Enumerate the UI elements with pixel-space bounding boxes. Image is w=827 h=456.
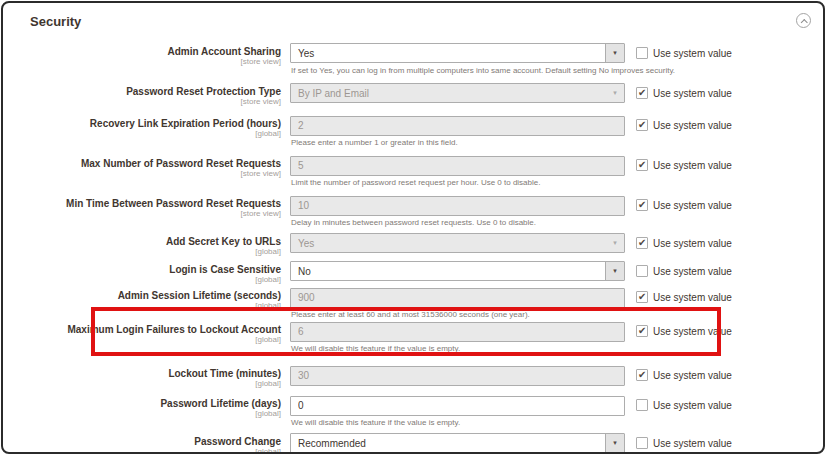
field-scope: [store view] — [23, 209, 281, 219]
field-label: Maximum Login Failures to Lockout Accoun… — [23, 324, 281, 335]
field-label: Password Change — [23, 436, 281, 447]
field-scope: [global] — [23, 129, 281, 139]
password-change-select[interactable]: Recommended ▾ — [290, 433, 625, 453]
field-label-group: Password Lifetime (days) [global] — [23, 398, 281, 419]
use-system-value-checkbox[interactable] — [636, 119, 648, 131]
field-scope: [store view] — [23, 97, 281, 107]
field-label: Max Number of Password Reset Requests — [23, 158, 281, 169]
chevron-down-icon: ▾ — [605, 262, 624, 280]
field-label: Admin Session Lifetime (seconds) — [23, 290, 281, 301]
use-system-value-checkbox[interactable] — [636, 265, 648, 277]
use-system-value-label[interactable]: Use system value — [653, 200, 732, 211]
field-label-group: Add Secret Key to URLs [global] — [23, 236, 281, 257]
field-label: Add Secret Key to URLs — [23, 236, 281, 247]
use-system-value-label[interactable]: Use system value — [653, 48, 732, 59]
use-system-value-label[interactable]: Use system value — [653, 326, 732, 337]
field-note: Please enter at least 60 and at most 315… — [291, 310, 530, 319]
max-password-reset-requests-input[interactable] — [290, 156, 625, 176]
field-scope: [global] — [23, 301, 281, 311]
use-system-value-label[interactable]: Use system value — [653, 120, 732, 131]
field-label-group: Recovery Link Expiration Period (hours) … — [23, 118, 281, 139]
use-system-value-checkbox[interactable] — [636, 159, 648, 171]
field-scope: [global] — [23, 409, 281, 419]
use-system-value-label[interactable]: Use system value — [653, 292, 732, 303]
use-system-value-label[interactable]: Use system value — [653, 88, 732, 99]
field-scope: [global] — [23, 275, 281, 285]
max-login-failures-input[interactable] — [290, 322, 625, 342]
use-system-value-label[interactable]: Use system value — [653, 160, 732, 171]
field-label-group: Login is Case Sensitive [global] — [23, 264, 281, 285]
section-title: Security — [30, 14, 81, 29]
field-label-group: Admin Account Sharing [store view] — [23, 46, 281, 67]
select-value: No — [298, 266, 311, 277]
admin-account-sharing-select[interactable]: Yes ▾ — [290, 43, 625, 63]
use-system-value-label[interactable]: Use system value — [653, 370, 732, 381]
field-label: Lockout Time (minutes) — [23, 368, 281, 379]
field-label: Password Lifetime (days) — [23, 398, 281, 409]
field-label-group: Admin Session Lifetime (seconds) [global… — [23, 290, 281, 311]
select-value: By IP and Email — [298, 88, 369, 99]
chevron-down-icon: ▾ — [605, 84, 624, 102]
field-label: Login is Case Sensitive — [23, 264, 281, 275]
field-scope: [store view] — [23, 57, 281, 67]
use-system-value-label[interactable]: Use system value — [653, 400, 732, 411]
chevron-down-icon: ▾ — [605, 434, 624, 452]
field-label: Password Reset Protection Type — [23, 86, 281, 97]
select-value: Yes — [298, 238, 314, 249]
chevron-down-icon: ▾ — [605, 44, 624, 62]
use-system-value-checkbox[interactable] — [636, 87, 648, 99]
use-system-value-checkbox[interactable] — [636, 399, 648, 411]
field-label: Recovery Link Expiration Period (hours) — [23, 118, 281, 129]
field-note: Limit the number of password reset reque… — [291, 178, 540, 187]
use-system-value-checkbox[interactable] — [636, 199, 648, 211]
use-system-value-checkbox[interactable] — [636, 325, 648, 337]
login-case-sensitive-select[interactable]: No ▾ — [290, 261, 625, 281]
select-value: Yes — [298, 48, 314, 59]
field-scope: [global] — [23, 247, 281, 257]
field-scope: [global] — [23, 379, 281, 389]
chevron-up-icon — [801, 19, 807, 25]
security-section-panel: Security Admin Account Sharing [store vi… — [1, 1, 825, 454]
field-label-group: Max Number of Password Reset Requests [s… — [23, 158, 281, 179]
use-system-value-checkbox[interactable] — [636, 47, 648, 59]
field-note: Delay in minutes between password reset … — [291, 218, 536, 227]
field-label: Min Time Between Password Reset Requests — [23, 198, 281, 209]
field-note: Please enter a number 1 or greater in th… — [291, 138, 458, 147]
recovery-link-expiration-input[interactable] — [290, 116, 625, 136]
field-scope: [global] — [23, 335, 281, 345]
use-system-value-checkbox[interactable] — [636, 237, 648, 249]
field-label: Admin Account Sharing — [23, 46, 281, 57]
field-label-group: Password Change [global] — [23, 436, 281, 454]
field-label-group: Maximum Login Failures to Lockout Accoun… — [23, 324, 281, 345]
password-lifetime-input[interactable] — [290, 396, 625, 416]
use-system-value-checkbox[interactable] — [636, 291, 648, 303]
add-secret-key-select[interactable]: Yes ▾ — [290, 233, 625, 253]
use-system-value-checkbox[interactable] — [636, 437, 648, 449]
field-note: We will disable this feature if the valu… — [291, 344, 460, 353]
field-note: We will disable this feature if the valu… — [291, 418, 460, 427]
collapse-section-button[interactable] — [796, 13, 811, 28]
use-system-value-label[interactable]: Use system value — [653, 266, 732, 277]
lockout-time-input[interactable] — [290, 366, 625, 386]
field-note: If set to Yes, you can log in from multi… — [291, 66, 675, 75]
min-time-between-requests-input[interactable] — [290, 196, 625, 216]
field-scope: [global] — [23, 447, 281, 454]
use-system-value-checkbox[interactable] — [636, 369, 648, 381]
password-reset-protection-type-select[interactable]: By IP and Email ▾ — [290, 83, 625, 103]
use-system-value-label[interactable]: Use system value — [653, 438, 732, 449]
use-system-value-label[interactable]: Use system value — [653, 238, 732, 249]
field-scope: [store view] — [23, 169, 281, 179]
field-label-group: Lockout Time (minutes) [global] — [23, 368, 281, 389]
select-value: Recommended — [298, 438, 366, 449]
field-label-group: Min Time Between Password Reset Requests… — [23, 198, 281, 219]
admin-session-lifetime-input[interactable] — [290, 288, 625, 308]
field-label-group: Password Reset Protection Type [store vi… — [23, 86, 281, 107]
chevron-down-icon: ▾ — [605, 234, 624, 252]
